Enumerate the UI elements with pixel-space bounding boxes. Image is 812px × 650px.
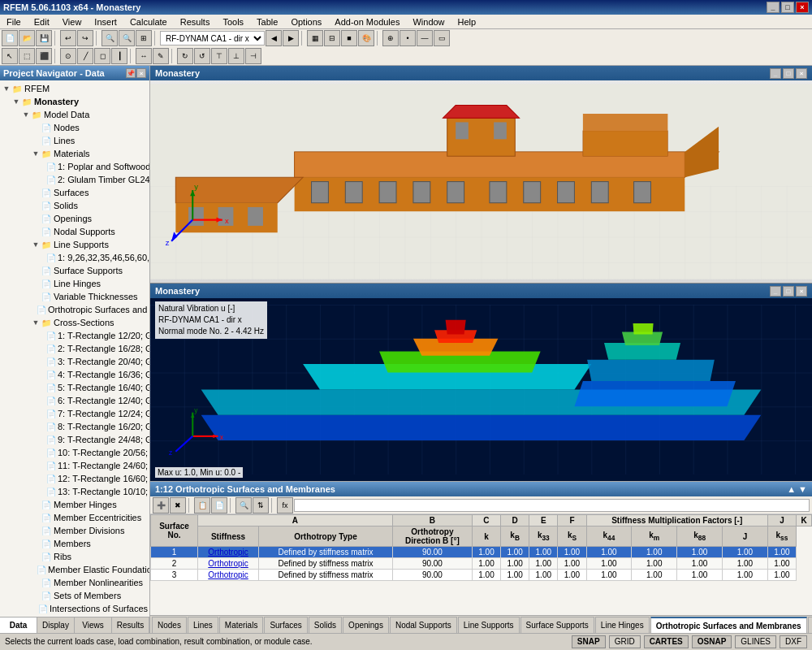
nav-tab-views[interactable]: Views (75, 618, 112, 633)
menu-insert[interactable]: Insert (91, 17, 120, 27)
cell-stiffness[interactable]: Orthotropic (198, 547, 259, 558)
formula-input[interactable] (294, 499, 810, 512)
tab-surfaces[interactable]: Surfaces (264, 617, 307, 633)
tab-nodal-supports[interactable]: Nodal Supports (390, 617, 457, 633)
menu-options[interactable]: Options (287, 17, 325, 27)
tree-item-solids[interactable]: ▶ 📄 Solids (2, 199, 148, 212)
tab-line-supports[interactable]: Line Supports (458, 617, 520, 633)
minimize-button[interactable]: _ (767, 2, 780, 13)
tab-materials[interactable]: Materials (219, 617, 264, 633)
tab-surface-supports[interactable]: Surface Supports (520, 617, 594, 633)
tb-member-tool[interactable]: ┃ (111, 48, 127, 64)
view-bottom-controls[interactable]: _ □ × (770, 286, 807, 297)
menu-file[interactable]: File (3, 17, 24, 27)
expand-icon[interactable]: ▼ (11, 97, 21, 106)
tb-redo[interactable]: ↪ (77, 30, 93, 46)
navigator-header-buttons[interactable]: 📌 × (126, 68, 146, 78)
menu-calculate[interactable]: Calculate (127, 17, 171, 27)
nav-tab-data[interactable]: Data (0, 618, 37, 633)
tb-side-view[interactable]: ⊣ (245, 48, 261, 64)
tree-item-cs12[interactable]: ▶ 📄 12: T-Rectangle 16/60; Gl (2, 472, 148, 485)
tb-undo[interactable]: ↩ (60, 30, 76, 46)
table-copy[interactable]: 📋 (194, 497, 210, 514)
view-top-maximize[interactable]: □ (783, 68, 794, 79)
table-row[interactable]: 3 Orthotropic Defined by stiffness matri… (151, 570, 812, 581)
tree-item-cs7[interactable]: ▶ 📄 7: T-Rectangle 12/24; Glu (2, 407, 148, 420)
menu-table[interactable]: Table (253, 17, 281, 27)
tree-item-member-divisions[interactable]: ▶ 📄 Member Divisions (2, 524, 148, 537)
status-osnap[interactable]: OSNAP (692, 635, 732, 648)
tree-item-openings[interactable]: ▶ 📄 Openings (2, 212, 148, 225)
close-button[interactable]: × (796, 2, 809, 13)
tree-item-surface-supports[interactable]: ▶ 📄 Surface Supports (2, 264, 148, 277)
tb-nodes[interactable]: • (400, 30, 416, 46)
tree-item-nodal-supports[interactable]: ▶ 📄 Nodal Supports (2, 225, 148, 238)
tree-item-member-nonlinearities[interactable]: ▶ 📄 Member Nonlinearities (2, 576, 148, 589)
tb-zoom-fit[interactable]: ⊞ (136, 30, 152, 46)
table-delete-row[interactable]: ✖ (170, 497, 186, 514)
menu-addons[interactable]: Add-on Modules (331, 17, 403, 27)
tb-zoom-out[interactable]: 🔍 (119, 30, 135, 46)
tree-item-mat1[interactable]: ▶ 📄 1: Poplar and Softwood T (2, 160, 148, 173)
tree-item-surfaces[interactable]: ▶ 📄 Surfaces (2, 186, 148, 199)
tb-node-tool[interactable]: ⊙ (60, 48, 76, 64)
tb-surface-tool[interactable]: ◻ (94, 48, 110, 64)
tree-item-cs8[interactable]: ▶ 📄 8: T-Rectangle 16/20; Glu (2, 420, 148, 433)
table-paste[interactable]: 📄 (211, 497, 227, 514)
tb-render[interactable]: ▦ (307, 30, 323, 46)
tree-item-orthotropic[interactable]: ▶ 📄 Orthotropic Surfaces and Me (2, 303, 148, 316)
tb-members[interactable]: — (417, 30, 433, 46)
expand-icon[interactable]: ▼ (31, 318, 41, 327)
tree-item-cs4[interactable]: ▶ 📄 4: T-Rectangle 16/36; Glu (2, 368, 148, 381)
tree-item-intersections[interactable]: ▶ 📄 Intersections of Surfaces (2, 602, 148, 615)
nav-tab-display[interactable]: Display (37, 618, 75, 633)
table-row[interactable]: 1 Orthotropic Defined by stiffness matri… (151, 547, 812, 558)
tree-item-nodes[interactable]: ▶ 📄 Nodes (2, 121, 148, 134)
tree-item-cs10[interactable]: ▶ 📄 10: T-Rectangle 20/56; Gl (2, 446, 148, 459)
view-bottom-canvas[interactable]: Natural Vibration u [-] RF-DYNAM CA1 - d… (150, 298, 812, 481)
tree-item-cs2[interactable]: ▶ 📄 2: T-Rectangle 16/28; Glu (2, 342, 148, 355)
cell-stiffness[interactable]: Orthotropic (198, 558, 259, 570)
tree-item-member-eccentricities[interactable]: ▶ 📄 Member Eccentricities (2, 511, 148, 524)
tb-prev[interactable]: ◀ (266, 30, 282, 46)
expand-icon[interactable]: ▼ (21, 110, 31, 119)
load-case-dropdown[interactable]: RF-DYNAM CA1 - dir x (160, 31, 265, 46)
tree-item-cs13[interactable]: ▶ 📄 13: T-Rectangle 10/10; Gl (2, 485, 148, 498)
nav-close-button[interactable]: × (136, 68, 146, 78)
table-sort[interactable]: ⇅ (253, 497, 269, 514)
tree-item-line-hinges[interactable]: ▶ 📄 Line Hinges (2, 277, 148, 290)
window-controls[interactable]: _ □ × (767, 2, 809, 13)
tb-line-tool[interactable]: ╱ (77, 48, 93, 64)
menu-window[interactable]: Window (409, 17, 447, 27)
table-row[interactable]: 2 Orthotropic Defined by stiffness matri… (151, 558, 812, 570)
tree-item-cross-sections[interactable]: ▼ 📁 Cross-Sections (2, 316, 148, 329)
tree-item-cs5[interactable]: ▶ 📄 5: T-Rectangle 16/40; Glu (2, 381, 148, 394)
tb-top-view[interactable]: ⊤ (211, 48, 227, 64)
tb-cursor[interactable]: ↖ (2, 48, 18, 64)
maximize-button[interactable]: □ (781, 2, 794, 13)
expand-icon[interactable]: ▼ (2, 84, 11, 93)
tree-item-line-support-1[interactable]: ▶ 📄 1: 9,26,32,35,46,56,60,64,7 (2, 251, 148, 264)
menu-edit[interactable]: Edit (31, 17, 53, 27)
tab-orthotropic[interactable]: Orthotropic Surfaces and Membranes (650, 617, 807, 633)
nav-tab-results[interactable]: Results (112, 618, 149, 633)
tree-item-model-data[interactable]: ▼ 📁 Model Data (2, 108, 148, 121)
tree-item-sets-of-members[interactable]: ▶ 📄 Sets of Members (2, 589, 148, 602)
nav-pin-button[interactable]: 📌 (126, 68, 136, 78)
tb-deselect[interactable]: ⬛ (36, 48, 52, 64)
tb-select[interactable]: ⬚ (19, 48, 35, 64)
view-top-close[interactable]: × (796, 68, 807, 79)
tb-open[interactable]: 📂 (19, 30, 35, 46)
tb-front-view[interactable]: ⊥ (228, 48, 244, 64)
status-grid[interactable]: GRID (609, 635, 641, 648)
tab-lines[interactable]: Lines (188, 617, 218, 633)
tb-next[interactable]: ▶ (283, 30, 299, 46)
view-top-minimize[interactable]: _ (770, 68, 781, 79)
view-top-controls[interactable]: _ □ × (770, 68, 807, 79)
tree-item-cs3[interactable]: ▶ 📄 3: T-Rectangle 20/40; Glu (2, 355, 148, 368)
tab-nodes[interactable]: Nodes (152, 617, 187, 633)
tb-solid[interactable]: ■ (341, 30, 357, 46)
table-filter[interactable]: 🔍 (235, 497, 252, 514)
tb-rotate-x[interactable]: ↻ (177, 48, 193, 64)
tb-wire[interactable]: ⊟ (324, 30, 340, 46)
